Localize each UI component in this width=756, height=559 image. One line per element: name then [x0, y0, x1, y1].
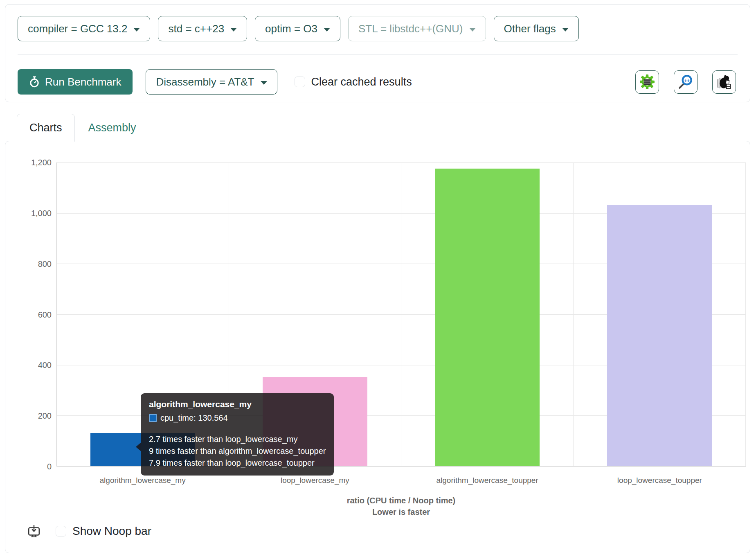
stl-dropdown-label: STL = libstdc++(GNU)	[358, 23, 463, 35]
category-band	[574, 162, 746, 466]
show-noop-label[interactable]: Show Noop bar	[72, 525, 151, 538]
y-tick: 1,000	[31, 208, 52, 218]
config-dropdown-row: compiler = GCC 13.2 std = c++23 optim = …	[18, 16, 738, 41]
axis-title-line2: Lower is faster	[56, 506, 746, 518]
chart-tooltip: algorithm_lowercase_my cpu_time: 130.564…	[141, 393, 334, 476]
x-tick: algorithm_lowercase_my	[56, 476, 229, 485]
tooltip-caret	[136, 442, 141, 451]
x-tick: algorithm_lowercase_toupper	[401, 476, 574, 485]
std-dropdown[interactable]: std = c++23	[158, 16, 247, 41]
bar-algorithm_lowercase_toupper[interactable]	[435, 169, 540, 466]
y-axis-labels: 1,200 1,000 800 600 400 200 0	[5, 162, 52, 467]
compiler-dropdown-label: compiler = GCC 13.2	[28, 23, 127, 35]
tooltip-comparison-line: 7.9 times faster than loop_lowercase_tou…	[149, 457, 326, 469]
clear-cache-checkbox[interactable]	[295, 77, 305, 87]
compiler-explorer-button[interactable]	[635, 70, 659, 94]
stopwatch-icon	[29, 76, 40, 88]
svg-text:++: ++	[684, 78, 690, 83]
axis-title-line1: ratio (CPU time / Noop time)	[56, 495, 746, 506]
disassembly-dropdown[interactable]: Disassembly = AT&T	[146, 69, 277, 95]
config-toolbar: compiler = GCC 13.2 std = c++23 optim = …	[5, 4, 750, 102]
y-tick: 200	[38, 411, 52, 421]
caret-down-icon	[230, 28, 237, 32]
buildbench-beaver-icon	[716, 74, 732, 90]
x-tick: loop_lowercase_toupper	[574, 476, 746, 485]
caret-down-icon	[469, 28, 476, 32]
series-color-swatch	[149, 414, 157, 422]
stl-dropdown: STL = libstdc++(GNU)	[348, 16, 486, 41]
other-flags-label: Other flags	[504, 23, 556, 35]
y-tick: 400	[38, 361, 52, 370]
tab-bar: Charts Assembly	[17, 114, 150, 142]
magnifier-plus-plus-icon: ++	[678, 74, 693, 90]
tooltip-metric-value: cpu_time: 130.564	[160, 413, 228, 423]
y-tick: 800	[38, 259, 52, 268]
x-tick: loop_lowercase_my	[229, 476, 401, 485]
build-bench-button[interactable]	[712, 70, 736, 94]
toolbar-divider	[18, 54, 738, 55]
std-dropdown-label: std = c++23	[168, 23, 224, 35]
tooltip-metric-row: cpu_time: 130.564	[149, 413, 326, 423]
action-row: Run Benchmark Disassembly = AT&T Clear c…	[18, 69, 738, 95]
download-chart-button[interactable]	[27, 524, 41, 538]
compiler-dropdown[interactable]: compiler = GCC 13.2	[18, 16, 150, 41]
caret-down-icon	[324, 28, 330, 32]
tooltip-comparison-line: 2.7 times faster than loop_lowercase_my	[149, 433, 326, 445]
caret-down-icon	[562, 28, 569, 32]
axis-title: ratio (CPU time / Noop time) Lower is fa…	[56, 495, 746, 518]
external-tools: ++	[635, 70, 736, 94]
tooltip-title: algorithm_lowercase_my	[149, 399, 326, 409]
tab-assembly[interactable]: Assembly	[75, 114, 150, 142]
tooltip-comparison-line: 9 times faster than algorithm_lowercase_…	[149, 445, 326, 457]
disassembly-dropdown-label: Disassembly = AT&T	[156, 76, 254, 88]
tooltip-comparisons: 2.7 times faster than loop_lowercase_my …	[149, 433, 326, 469]
bar-loop_lowercase_toupper[interactable]	[607, 205, 712, 466]
tab-charts[interactable]: Charts	[17, 114, 75, 142]
chart-panel: 1,200 1,000 800 600 400 200 0 algorithm_…	[5, 141, 750, 553]
optim-dropdown-label: optim = O3	[265, 23, 317, 35]
cpp-insights-button[interactable]: ++	[674, 70, 698, 94]
run-benchmark-button[interactable]: Run Benchmark	[18, 69, 133, 95]
y-tick: 600	[38, 310, 52, 319]
show-noop-checkbox[interactable]	[56, 526, 66, 536]
download-chart-icon	[27, 524, 41, 538]
y-tick: 1,200	[31, 158, 52, 167]
y-tick: 0	[47, 462, 52, 471]
x-axis-labels: algorithm_lowercase_my loop_lowercase_my…	[56, 476, 746, 485]
caret-down-icon	[133, 28, 140, 32]
compiler-explorer-gear-icon	[639, 74, 655, 90]
clear-cache-label[interactable]: Clear cached results	[311, 76, 412, 88]
optim-dropdown[interactable]: optim = O3	[255, 16, 340, 41]
chart-footer: Show Noop bar	[27, 524, 151, 538]
category-band	[401, 162, 574, 466]
other-flags-dropdown[interactable]: Other flags	[494, 16, 579, 41]
run-benchmark-label: Run Benchmark	[45, 76, 121, 88]
caret-down-icon	[261, 81, 267, 85]
